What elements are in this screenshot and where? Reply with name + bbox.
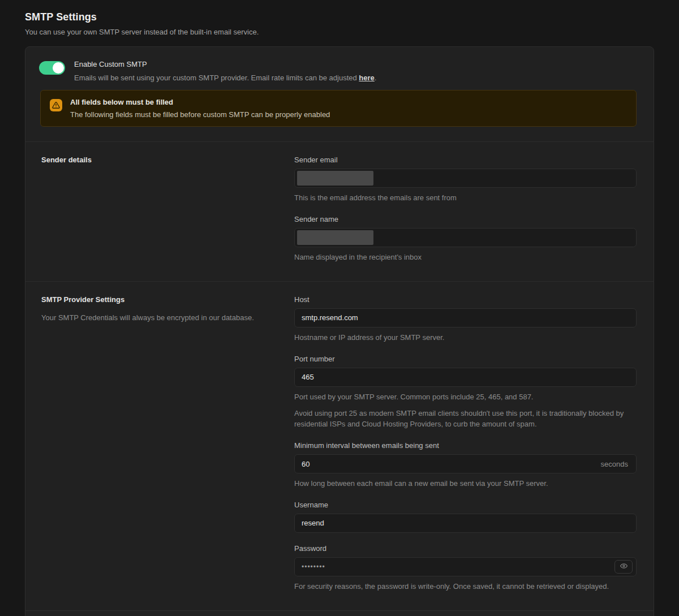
card-footer: Cancel Save	[25, 611, 654, 616]
smtp-settings-card: Enable Custom SMTP Emails will be sent u…	[25, 46, 654, 616]
sender-details-section: Sender details Sender email This is the …	[25, 142, 654, 281]
warning-banner: All fields below must be filled The foll…	[40, 90, 637, 127]
username-input[interactable]	[295, 514, 633, 532]
warning-banner-text: All fields below must be filled The foll…	[70, 98, 330, 119]
port-label: Port number	[294, 355, 637, 363]
sender-email-label: Sender email	[294, 156, 637, 164]
toggle-knob	[53, 62, 64, 74]
page-header: SMTP Settings You can use your own SMTP …	[25, 11, 654, 36]
sender-name-field-group: Sender name Name displayed in the recipi…	[294, 215, 637, 263]
rate-limits-link[interactable]: here	[359, 74, 374, 82]
smtp-provider-section: SMTP Provider Settings Your SMTP Credent…	[25, 282, 654, 610]
description-prefix: Emails will be sent using your custom SM…	[74, 74, 359, 82]
interval-input[interactable]	[295, 455, 601, 473]
interval-helper: How long between each email can a new em…	[294, 479, 637, 489]
password-helper: For security reasons, the password is wr…	[294, 581, 637, 592]
interval-field-group: Minimum interval between emails being se…	[294, 441, 637, 489]
warning-description: The following fields must be filled befo…	[70, 110, 330, 119]
password-input[interactable]	[295, 558, 614, 576]
sender-details-left: Sender details	[41, 156, 294, 263]
smtp-provider-heading: SMTP Provider Settings	[41, 295, 294, 304]
description-suffix: .	[375, 74, 377, 82]
username-field-group: Username	[294, 501, 637, 533]
page-subtitle: You can use your own SMTP server instead…	[25, 28, 654, 36]
port-helper: Port used by your SMTP server. Common po…	[294, 392, 637, 403]
sender-details-heading: Sender details	[41, 156, 294, 164]
smtp-provider-left: SMTP Provider Settings Your SMTP Credent…	[41, 295, 294, 592]
password-field-group: Password For security reaso	[294, 544, 637, 592]
redacted-value-block	[297, 171, 373, 186]
port-field-group: Port number Port used by your SMTP serve…	[294, 355, 637, 430]
eye-icon	[620, 562, 628, 571]
smtp-provider-description: Your SMTP Credentials will always be enc…	[41, 313, 294, 322]
username-label: Username	[294, 501, 637, 509]
sender-email-input[interactable]	[294, 169, 637, 188]
port-helper-2: Avoid using port 25 as modern SMTP email…	[294, 408, 634, 430]
warning-title: All fields below must be filled	[70, 98, 330, 106]
interval-unit-suffix: seconds	[601, 460, 633, 468]
sender-name-label: Sender name	[294, 215, 637, 223]
port-input[interactable]	[295, 368, 633, 386]
sender-details-right: Sender email This is the email address t…	[294, 156, 637, 263]
redacted-value-block	[297, 230, 373, 245]
page-title: SMTP Settings	[25, 11, 654, 23]
enable-smtp-section: Enable Custom SMTP Emails will be sent u…	[25, 47, 654, 141]
enable-custom-smtp-text: Enable Custom SMTP Emails will be sent u…	[74, 60, 376, 82]
interval-label: Minimum interval between emails being se…	[294, 441, 637, 450]
sender-email-field-group: Sender email This is the email address t…	[294, 156, 637, 204]
warning-triangle-icon	[50, 99, 62, 111]
enable-custom-smtp-toggle[interactable]	[39, 61, 65, 75]
host-helper: Hostname or IP address of your SMTP serv…	[294, 333, 637, 343]
show-password-button[interactable]	[614, 560, 633, 574]
sender-email-helper: This is the email address the emails are…	[294, 193, 637, 204]
sender-name-helper: Name displayed in the recipient's inbox	[294, 252, 637, 263]
sender-name-input[interactable]	[294, 228, 637, 247]
password-label: Password	[294, 544, 637, 553]
smtp-settings-page: SMTP Settings You can use your own SMTP …	[0, 0, 679, 616]
enable-custom-smtp-description: Emails will be sent using your custom SM…	[74, 74, 376, 82]
host-input[interactable]	[295, 309, 633, 327]
host-field-group: Host Hostname or IP address of your SMTP…	[294, 295, 637, 343]
enable-custom-smtp-label: Enable Custom SMTP	[74, 60, 376, 68]
host-label: Host	[294, 295, 637, 304]
smtp-provider-right: Host Hostname or IP address of your SMTP…	[294, 295, 637, 592]
